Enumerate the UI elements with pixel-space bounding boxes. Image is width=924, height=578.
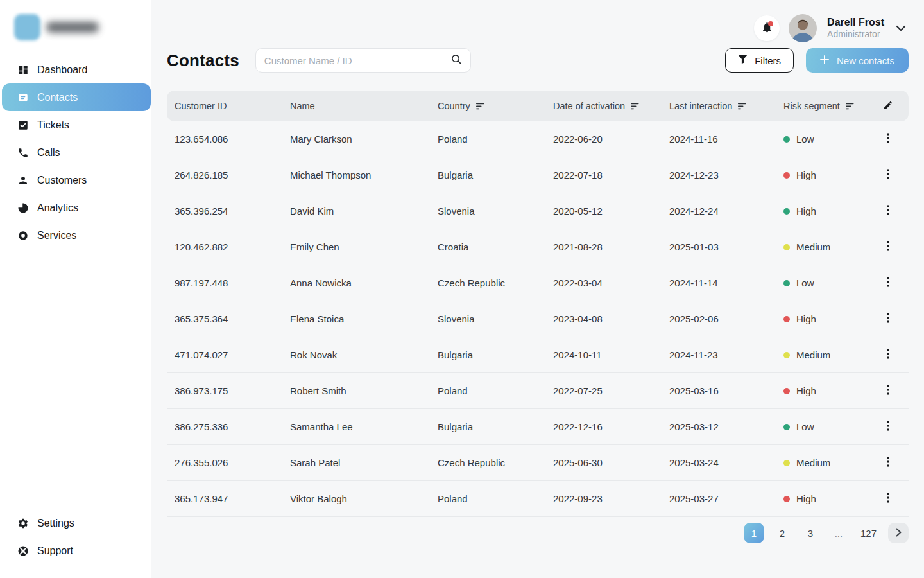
user-meta: Darell Frost Administrator xyxy=(827,16,884,40)
kebab-icon xyxy=(887,205,889,217)
page-button-2[interactable]: 2 xyxy=(772,523,792,543)
plus-icon xyxy=(820,55,829,66)
ticket-check-icon xyxy=(17,119,29,131)
kebab-icon xyxy=(887,385,889,397)
column-label: Name xyxy=(290,101,315,111)
sidebar-item-label: Support xyxy=(37,545,73,557)
logo xyxy=(0,13,151,41)
cell-country: Poland xyxy=(438,385,553,396)
cell-name: Viktor Balogh xyxy=(290,493,438,504)
kebab-icon xyxy=(887,241,889,253)
next-page-button[interactable] xyxy=(888,523,909,543)
kebab-icon xyxy=(887,349,889,361)
column-label: Country xyxy=(438,101,470,111)
row-menu-button[interactable] xyxy=(880,239,896,256)
cell-country: Czech Republic xyxy=(438,457,553,468)
row-menu-button[interactable] xyxy=(880,311,896,328)
cell-name: Samantha Lee xyxy=(290,421,438,432)
cell-last-interaction: 2025-03-16 xyxy=(669,385,783,396)
cell-activation-date: 2020-05-12 xyxy=(553,206,669,216)
cell-customer-id: 120.462.882 xyxy=(175,241,290,252)
column-header-last-interaction[interactable]: Last interaction xyxy=(669,101,783,111)
table-row: 123.654.086Mary ClarksonPoland2022-06-20… xyxy=(167,121,909,157)
app-window: DashboardContactsTicketsCallsCustomersAn… xyxy=(0,0,924,578)
sort-icon[interactable] xyxy=(846,103,855,110)
table-row: 365.173.947Viktor BaloghPoland2022-09-23… xyxy=(167,481,909,517)
risk-label: High xyxy=(796,493,816,504)
row-menu-button[interactable] xyxy=(880,383,896,399)
user-name: Darell Frost xyxy=(827,16,884,29)
cell-activation-date: 2023-04-08 xyxy=(553,313,669,324)
row-menu-button[interactable] xyxy=(880,275,896,292)
sidebar-item-calls[interactable]: Calls xyxy=(0,139,151,166)
kebab-icon xyxy=(887,133,889,145)
row-menu-button[interactable] xyxy=(880,491,896,507)
cell-name: Anna Nowicka xyxy=(290,277,438,288)
sort-icon[interactable] xyxy=(631,103,640,110)
user-role: Administrator xyxy=(827,29,884,40)
cell-activation-date: 2022-06-20 xyxy=(553,134,669,144)
edit-columns-button[interactable] xyxy=(875,100,901,112)
risk-label: Medium xyxy=(796,457,830,468)
cell-name: Rok Novak xyxy=(290,349,438,360)
risk-dot xyxy=(783,388,790,394)
page-button-127[interactable]: 127 xyxy=(857,523,880,543)
user-menu-button[interactable] xyxy=(893,21,909,36)
column-header-risk-segment[interactable]: Risk segment xyxy=(783,101,875,111)
filters-button[interactable]: Filters xyxy=(725,48,794,73)
column-header-country[interactable]: Country xyxy=(438,101,553,111)
sidebar-item-settings[interactable]: Settings xyxy=(0,509,151,537)
cell-last-interaction: 2024-12-24 xyxy=(669,206,783,216)
risk-dot xyxy=(783,316,790,322)
cell-country: Poland xyxy=(438,134,553,144)
sidebar-item-tickets[interactable]: Tickets xyxy=(0,111,151,139)
cell-last-interaction: 2025-03-27 xyxy=(669,493,783,504)
sort-icon[interactable] xyxy=(738,103,747,110)
cell-name: Mary Clarkson xyxy=(290,134,438,144)
table-row: 386.973.175Robert SmithPoland2022-07-252… xyxy=(167,373,909,409)
sidebar-item-analytics[interactable]: Analytics xyxy=(0,194,151,222)
kebab-icon xyxy=(887,457,889,469)
row-menu-button[interactable] xyxy=(880,455,896,471)
page-button-3[interactable]: 3 xyxy=(800,523,821,543)
row-menu-button[interactable] xyxy=(880,167,896,184)
table-row: 987.197.448Anna NowickaCzech Republic202… xyxy=(167,265,909,301)
row-menu-button[interactable] xyxy=(880,419,896,435)
page-title: Contacts xyxy=(167,51,239,71)
risk-dot xyxy=(783,244,790,250)
sidebar-item-dashboard[interactable]: Dashboard xyxy=(0,56,151,83)
column-label: Risk segment xyxy=(783,101,840,111)
cell-country: Poland xyxy=(438,493,553,504)
new-contacts-button[interactable]: New contacts xyxy=(806,48,909,73)
cell-risk-segment: High xyxy=(783,493,875,504)
sidebar-item-services[interactable]: Services xyxy=(0,222,151,249)
risk-dot xyxy=(783,172,790,179)
sidebar-item-support[interactable]: Support xyxy=(0,537,151,565)
risk-label: High xyxy=(796,170,816,180)
row-menu-button[interactable] xyxy=(880,347,896,363)
search-input[interactable] xyxy=(264,55,451,66)
row-menu-button[interactable] xyxy=(880,203,896,220)
main-content: Darell Frost Administrator Contacts xyxy=(151,0,924,578)
title-actions: Filters New contacts xyxy=(725,48,909,73)
logo-wordmark-blurred xyxy=(46,22,99,33)
cell-country: Slovenia xyxy=(438,313,553,324)
sidebar-item-customers[interactable]: Customers xyxy=(0,166,151,194)
column-header-date-of-activation[interactable]: Date of activation xyxy=(553,101,669,111)
table-row: 471.074.027Rok NovakBulgaria2024-10-1120… xyxy=(167,337,909,373)
notifications-button[interactable] xyxy=(754,15,780,41)
cell-last-interaction: 2024-11-23 xyxy=(669,349,783,360)
sort-icon[interactable] xyxy=(476,103,485,110)
cell-customer-id: 386.275.336 xyxy=(175,421,290,432)
cell-customer-id: 365.396.254 xyxy=(175,206,290,216)
avatar[interactable] xyxy=(789,14,817,42)
page-button-1[interactable]: 1 xyxy=(744,523,764,543)
risk-label: Low xyxy=(796,134,814,144)
row-menu-button[interactable] xyxy=(880,131,896,148)
ring-icon xyxy=(17,230,29,241)
table-header-row: Customer IDNameCountryDate of activation… xyxy=(167,91,909,121)
filters-label: Filters xyxy=(755,55,781,66)
sidebar-item-contacts[interactable]: Contacts xyxy=(2,83,151,111)
table-row: 365.375.364Elena StoicaSlovenia2023-04-0… xyxy=(167,301,909,337)
risk-dot xyxy=(783,496,790,502)
